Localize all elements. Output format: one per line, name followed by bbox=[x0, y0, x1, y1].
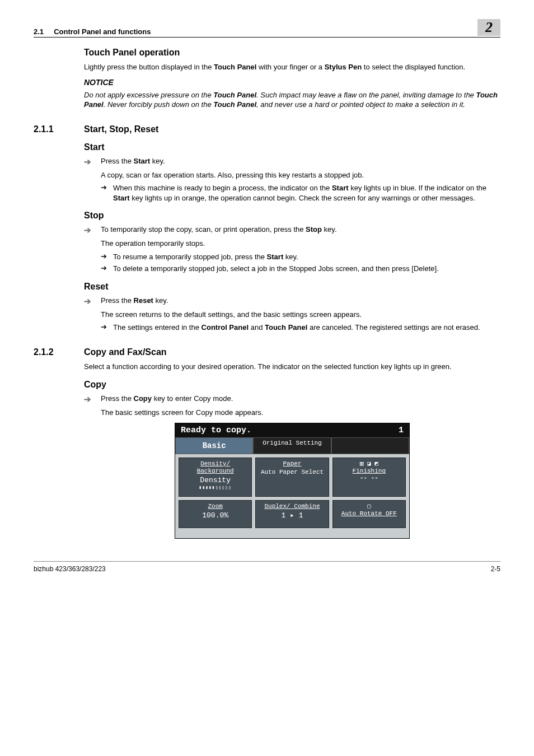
panel-zoom-button[interactable]: Zoom 100.0% bbox=[179, 500, 252, 528]
panel-paper-button[interactable]: Paper Auto Paper Select bbox=[255, 458, 329, 497]
touch-panel-screenshot: Ready to copy. 1 Basic Original Setting … bbox=[175, 423, 410, 539]
start-step1: Press the Start key. bbox=[101, 157, 500, 165]
copy-desc: The basic settings screen for Copy mode … bbox=[101, 408, 500, 418]
bullet-arrow-icon: ➔ bbox=[101, 264, 113, 272]
panel-copy-count: 1 bbox=[399, 426, 404, 435]
sec212-intro: Select a function according to your desi… bbox=[84, 362, 500, 372]
step-arrow-icon: ➔ bbox=[84, 225, 101, 235]
bullet-arrow-icon: ➔ bbox=[101, 323, 113, 331]
running-header: 2.1 Control Panel and functions 2 bbox=[34, 19, 500, 38]
section-title-212: Copy and Fax/Scan bbox=[84, 347, 167, 357]
copy-step1: Press the Copy key to enter Copy mode. bbox=[101, 394, 500, 403]
footer-model: bizhub 423/363/283/223 bbox=[34, 565, 106, 573]
header-section-ref: 2.1 bbox=[34, 27, 44, 36]
panel-duplex-button[interactable]: Duplex/ Combine 1 ▸ 1 bbox=[255, 500, 329, 528]
tab-blank bbox=[331, 437, 409, 454]
tab-original-setting[interactable]: Original Setting bbox=[253, 437, 331, 454]
stop-bullet2: To delete a temporarily stopped job, sel… bbox=[113, 264, 500, 274]
chapter-number-badge: 2 bbox=[477, 19, 500, 36]
header-section-title: Control Panel and functions bbox=[54, 27, 151, 36]
heading-touch-panel-operation: Touch Panel operation bbox=[84, 48, 500, 58]
reset-desc: The screen returns to the default settin… bbox=[101, 310, 500, 320]
bullet-arrow-icon: ➔ bbox=[101, 183, 113, 192]
footer-page: 2-5 bbox=[491, 565, 500, 573]
notice-label: NOTICE bbox=[84, 78, 500, 87]
finishing-icon: ▥ ◪ ◩ bbox=[334, 460, 404, 468]
start-desc: A copy, scan or fax operation starts. Al… bbox=[101, 170, 500, 180]
bullet-arrow-icon: ➔ bbox=[101, 252, 113, 260]
step-arrow-icon: ➔ bbox=[84, 394, 101, 404]
page-footer: bizhub 423/363/283/223 2-5 bbox=[34, 561, 500, 573]
panel-status-text: Ready to copy. bbox=[181, 426, 251, 435]
section-title-211: Start, Stop, Reset bbox=[84, 124, 158, 134]
touch-panel-intro: Lightly press the button displayed in th… bbox=[84, 62, 500, 72]
start-bullet1: When this machine is ready to begin a pr… bbox=[113, 183, 500, 203]
notice-text: Do not apply excessive pressure on the T… bbox=[84, 90, 500, 110]
panel-density-button[interactable]: Density/ Background Density ▮▮▮▮▮▯▯▯▯▯ bbox=[179, 458, 252, 497]
panel-finishing-button[interactable]: ▥ ◪ ◩ Finishing ▫▫ ▫▫ bbox=[332, 458, 406, 497]
panel-autorotate-button[interactable]: ▢ Auto Rotate OFF bbox=[332, 500, 406, 528]
heading-copy: Copy bbox=[84, 380, 500, 390]
reset-bullet1: The settings entered in the Control Pane… bbox=[113, 323, 500, 333]
stop-step1: To temporarily stop the copy, scan, or p… bbox=[101, 225, 500, 234]
step-arrow-icon: ➔ bbox=[84, 157, 101, 167]
stop-bullet1: To resume a temporarily stopped job, pre… bbox=[113, 252, 500, 262]
section-number-212: 2.1.2 bbox=[34, 347, 84, 357]
heading-reset: Reset bbox=[84, 282, 500, 292]
tab-basic[interactable]: Basic bbox=[175, 437, 253, 454]
heading-start: Start bbox=[84, 142, 500, 152]
density-scale-icon: ▮▮▮▮▮▯▯▯▯▯ bbox=[180, 485, 250, 491]
step-arrow-icon: ➔ bbox=[84, 296, 101, 306]
section-number-211: 2.1.1 bbox=[34, 124, 84, 134]
stop-desc: The operation temporarily stops. bbox=[101, 239, 500, 249]
heading-stop: Stop bbox=[84, 211, 500, 221]
reset-step1: Press the Reset key. bbox=[101, 296, 500, 305]
autorotate-icon: ▢ bbox=[334, 503, 404, 510]
finishing-subicon: ▫▫ ▫▫ bbox=[334, 475, 404, 482]
